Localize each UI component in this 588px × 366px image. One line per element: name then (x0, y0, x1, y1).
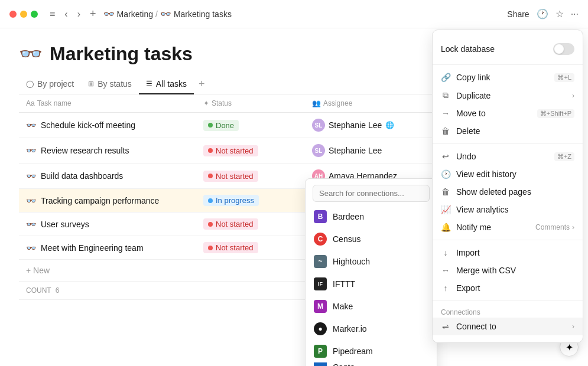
cm-merge-csv[interactable]: ↔ Merge with CSV (433, 262, 583, 279)
titlebar: ≡ ‹ › + 👓 Marketing / 👓 Marketing tasks … (0, 0, 588, 28)
cm-connect-to-right: › (572, 322, 574, 331)
cm-show-deleted[interactable]: 🗑 Show deleted pages (433, 183, 583, 201)
connection-item-make[interactable]: M Make (306, 295, 437, 318)
cm-copy-link-shortcut: ⌘+L (554, 73, 574, 82)
marker-io-icon: ● (314, 322, 327, 335)
task-name-text: Build data dashboards (41, 171, 123, 181)
close-button[interactable] (9, 11, 17, 18)
col-task-name-icon: Aa (26, 99, 35, 107)
task-row-icon: 👓 (26, 220, 36, 229)
cm-export[interactable]: ↑ Export (433, 279, 583, 297)
ifttt-icon: IF (314, 277, 327, 290)
cm-copy-link-label: Copy link (456, 73, 490, 82)
connection-item-canto[interactable]: ~ Canto (306, 362, 437, 366)
cm-connect-to-left: ⇌ Connect to (441, 322, 496, 331)
task-name-cell: 👓 Tracking campaign performance (19, 189, 196, 213)
tab-by-status[interactable]: ⊞ By status (81, 74, 139, 94)
move-icon: → (441, 109, 450, 118)
cm-export-label: Export (456, 283, 480, 293)
task-status-cell: In progress (196, 189, 305, 213)
cm-view-analytics[interactable]: 📈 View analytics (433, 201, 583, 218)
breadcrumb-parent-label[interactable]: Marketing (117, 9, 153, 19)
count-value: 6 (56, 286, 60, 295)
add-tab-button[interactable]: + (194, 76, 210, 93)
cm-delete[interactable]: 🗑 Delete (433, 122, 583, 140)
census-icon: C (314, 233, 327, 246)
breadcrumb-current-label[interactable]: Marketing tasks (174, 9, 232, 19)
minimize-button[interactable] (20, 11, 27, 18)
cm-lock-section: Lock database (433, 34, 583, 65)
col-assignee-icon: 👥 (312, 99, 321, 107)
chevron-right-icon: › (572, 223, 574, 231)
cm-notify-me-left: 🔔 Notify me (441, 223, 491, 232)
cm-view-edit-history[interactable]: 🕐 View edit history (433, 165, 583, 183)
cm-duplicate-label: Duplicate (456, 91, 490, 100)
nav-forward-button[interactable]: › (75, 8, 83, 21)
link-icon: 🔗 (441, 73, 450, 82)
cm-undo-left: ↩ Undo (441, 152, 476, 161)
col-status: ✦ Status (196, 94, 305, 113)
cm-duplicate[interactable]: ⧉ Duplicate › (433, 86, 583, 104)
nav-menu-button[interactable]: ≡ (47, 8, 57, 21)
col-status-icon: ✦ (203, 99, 209, 107)
cm-import[interactable]: ↓ Import (433, 244, 583, 262)
status-dot (208, 148, 213, 153)
cm-export-left: ↑ Export (441, 283, 480, 293)
tab-all-tasks-label: All tasks (156, 79, 187, 89)
star-icon-button[interactable]: ☆ (555, 8, 564, 19)
task-name-cell: 👓 Schedule kick-off meeting (19, 113, 196, 138)
cm-copy-link[interactable]: 🔗 Copy link ⌘+L (433, 68, 583, 86)
connection-item-ifttt[interactable]: IF IFTTT (306, 273, 437, 295)
nav-add-button[interactable]: + (87, 6, 99, 21)
task-status-cell: Done (196, 113, 305, 138)
cm-data-section: ↓ Import ↔ Merge with CSV ↑ Export (433, 240, 583, 301)
tab-by-project-label: By project (37, 79, 74, 89)
assignee-name: Stephanie Lee (329, 146, 382, 155)
context-menu: Lock database 🔗 Copy link ⌘+L ⧉ Duplicat… (432, 30, 583, 343)
task-row-icon: 👓 (26, 120, 36, 130)
make-icon: M (314, 300, 327, 313)
page-icon: 👓 (19, 43, 43, 65)
census-label: Census (333, 234, 360, 244)
connection-item-hightouch[interactable]: ~ Hightouch (306, 250, 437, 273)
toggle-knob (554, 44, 564, 54)
history-icon-button[interactable]: 🕐 (537, 8, 548, 19)
tab-by-status-label: By status (98, 79, 132, 89)
connections-search-input[interactable] (313, 185, 430, 202)
status-label: Not started (216, 220, 254, 228)
sparkle-icon: ✦ (566, 342, 573, 353)
task-row-icon: 👓 (26, 146, 36, 155)
cm-connect-to[interactable]: ⇌ Connect to › (433, 318, 583, 335)
cm-undo[interactable]: ↩ Undo ⌘+Z (433, 148, 583, 165)
connection-item-bardeen[interactable]: B Bardeen (306, 205, 437, 228)
hightouch-label: Hightouch (333, 257, 370, 266)
duplicate-icon: ⧉ (441, 90, 450, 100)
cm-delete-left: 🗑 Delete (441, 126, 480, 136)
lock-toggle[interactable] (553, 43, 574, 55)
pipedream-icon: P (314, 345, 327, 358)
move-kbd: ⌘+Shift+P (537, 109, 574, 118)
share-button[interactable]: Share (507, 9, 529, 19)
cm-move-to[interactable]: → Move to ⌘+Shift+P (433, 104, 583, 122)
task-name-text: User surveys (41, 220, 89, 229)
connection-item-marker-io[interactable]: ● Marker.io (306, 318, 437, 340)
task-status-cell: Not started (196, 138, 305, 164)
tab-by-project[interactable]: ◯ By project (19, 74, 81, 94)
more-options-button[interactable]: ··· (571, 9, 579, 19)
titlebar-right: Share 🕐 ☆ ··· (507, 8, 579, 19)
cm-duplicate-left: ⧉ Duplicate (441, 90, 490, 100)
nav-back-button[interactable]: ‹ (62, 8, 70, 21)
connect-chevron-icon: › (572, 322, 574, 331)
maximize-button[interactable] (31, 11, 38, 18)
pipedream-label: Pipedream (333, 347, 373, 356)
status-badge: Not started (203, 145, 258, 156)
connection-item-pipedream[interactable]: P Pipedream (306, 340, 437, 362)
all-tasks-icon: ☰ (146, 80, 152, 88)
cm-notify-me[interactable]: 🔔 Notify me Comments › (433, 218, 583, 236)
connection-item-census[interactable]: C Census (306, 228, 437, 250)
task-status-cell: Not started (196, 213, 305, 236)
tab-all-tasks[interactable]: ☰ All tasks (139, 74, 194, 94)
cm-duplicate-right: › (572, 92, 574, 100)
extra-icon: 🌐 (385, 121, 394, 129)
cm-view-analytics-label: View analytics (456, 205, 508, 214)
